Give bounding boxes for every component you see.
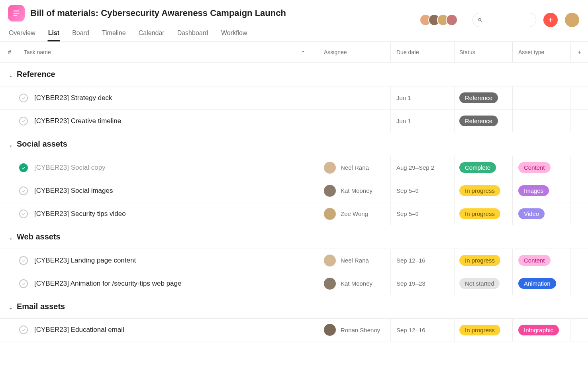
asset-type-cell[interactable] — [512, 86, 570, 109]
task-row[interactable]: [CYBER23] Animation for /security-tips w… — [0, 272, 588, 295]
section-header[interactable]: Email assets — [0, 295, 588, 318]
tab-dashboard[interactable]: Dashboard — [176, 26, 209, 41]
complete-checkbox[interactable] — [19, 163, 28, 172]
assignee-cell[interactable] — [318, 110, 390, 132]
due-date-cell[interactable]: Sep 5–9 — [390, 202, 454, 225]
status-cell[interactable]: Reference — [454, 110, 512, 132]
task-row[interactable]: [CYBER23] Strategy deckJun 1Reference — [0, 86, 588, 109]
task-row[interactable]: [CYBER23] Security tips videoZoe WongSep… — [0, 202, 588, 225]
assignee-avatar — [324, 208, 336, 220]
caret-down-icon — [8, 142, 13, 147]
collaborator-avatars[interactable] — [423, 14, 458, 26]
due-date-cell[interactable]: Sep 12–16 — [390, 249, 454, 272]
assignee-name: Kat Mooney — [341, 187, 372, 194]
row-add-cell — [570, 272, 588, 295]
caret-down-icon — [8, 235, 13, 239]
project-title[interactable]: Bill of materials: Cybersecurity Awarene… — [30, 8, 286, 18]
due-date-cell[interactable]: Sep 5–9 — [390, 179, 454, 202]
col-due-date[interactable]: Due date — [390, 42, 454, 62]
assignee-avatar — [324, 278, 336, 290]
assignee-avatar — [324, 324, 336, 336]
col-asset-type[interactable]: Asset type — [512, 42, 570, 62]
add-button[interactable] — [543, 13, 558, 27]
due-date-cell[interactable]: Sep 12–16 — [390, 319, 454, 341]
status-pill: In progress — [459, 325, 500, 335]
status-cell[interactable]: Reference — [454, 86, 512, 109]
status-cell[interactable]: In progress — [454, 179, 512, 202]
status-cell[interactable]: Not started — [454, 272, 512, 295]
tab-overview[interactable]: Overview — [8, 26, 36, 41]
asset-type-cell[interactable]: Content — [512, 249, 570, 272]
task-name[interactable]: [CYBER23] Social copy — [34, 164, 106, 172]
due-date-cell[interactable]: Jun 1 — [390, 110, 454, 132]
col-assignee[interactable]: Assignee — [318, 42, 390, 62]
col-status[interactable]: Status — [454, 42, 512, 62]
status-pill: Not started — [459, 278, 500, 289]
avatar[interactable] — [446, 14, 458, 26]
section-name: Email assets — [17, 302, 65, 311]
table-header: # Task name Assignee Due date Status Ass… — [0, 42, 588, 63]
user-avatar[interactable] — [565, 13, 579, 27]
assignee-cell[interactable]: Ronan Shenoy — [318, 319, 390, 341]
col-number[interactable]: # — [0, 49, 10, 55]
due-date-cell[interactable]: Aug 29–Sep 2 — [390, 156, 454, 179]
due-date-cell[interactable]: Sep 19–23 — [390, 272, 454, 295]
complete-checkbox[interactable] — [19, 210, 28, 218]
tab-workflow[interactable]: Workflow — [220, 26, 248, 41]
complete-checkbox[interactable] — [19, 256, 28, 265]
divider — [465, 16, 465, 24]
assignee-avatar — [324, 255, 336, 267]
task-row[interactable]: [CYBER23] Social copyNeel RanaAug 29–Sep… — [0, 156, 588, 179]
complete-checkbox[interactable] — [19, 325, 28, 334]
asset-type-cell[interactable]: Infographic — [512, 319, 570, 341]
status-cell[interactable]: In progress — [454, 202, 512, 225]
task-name[interactable]: [CYBER23] Educational email — [34, 326, 124, 334]
status-cell[interactable]: In progress — [454, 249, 512, 272]
complete-checkbox[interactable] — [19, 186, 28, 195]
complete-checkbox[interactable] — [19, 94, 28, 102]
add-column-button[interactable] — [570, 42, 588, 62]
tab-timeline[interactable]: Timeline — [101, 26, 127, 41]
tab-board[interactable]: Board — [71, 26, 90, 41]
task-name[interactable]: [CYBER23] Security tips video — [34, 210, 126, 218]
tab-calendar[interactable]: Calendar — [138, 26, 165, 41]
assignee-cell[interactable]: Zoe Wong — [318, 202, 390, 225]
row-add-cell — [570, 319, 588, 341]
col-task-name[interactable]: Task name — [10, 49, 318, 55]
section-header[interactable]: Web assets — [0, 225, 588, 249]
complete-checkbox[interactable] — [19, 117, 28, 125]
task-name[interactable]: [CYBER23] Social images — [34, 187, 113, 195]
status-cell[interactable]: In progress — [454, 319, 512, 341]
tab-list[interactable]: List — [47, 26, 60, 41]
search-box[interactable] — [472, 13, 536, 27]
complete-checkbox[interactable] — [19, 279, 28, 288]
project-icon[interactable] — [8, 5, 25, 22]
assignee-cell[interactable]: Kat Mooney — [318, 272, 390, 295]
svg-rect-1 — [14, 13, 20, 14]
task-name[interactable]: [CYBER23] Creative timeline — [34, 117, 121, 125]
assignee-cell[interactable]: Kat Mooney — [318, 179, 390, 202]
task-row[interactable]: [CYBER23] Social imagesKat MooneySep 5–9… — [0, 179, 588, 202]
asset-type-cell[interactable]: Content — [512, 156, 570, 179]
task-row[interactable]: [CYBER23] Landing page contentNeel RanaS… — [0, 249, 588, 272]
asset-type-cell[interactable]: Images — [512, 179, 570, 202]
assignee-cell[interactable]: Neel Rana — [318, 249, 390, 272]
task-name[interactable]: [CYBER23] Strategy deck — [34, 94, 112, 102]
status-cell[interactable]: Complete — [454, 156, 512, 179]
chevron-down-icon[interactable] — [300, 49, 306, 55]
task-row[interactable]: [CYBER23] Creative timelineJun 1Referenc… — [0, 109, 588, 132]
task-row[interactable]: [CYBER23] Educational emailRonan ShenoyS… — [0, 318, 588, 341]
asset-type-cell[interactable] — [512, 110, 570, 132]
assignee-cell[interactable] — [318, 86, 390, 109]
section-header[interactable]: Reference — [0, 63, 588, 86]
assignee-cell[interactable]: Neel Rana — [318, 156, 390, 179]
asset-type-cell[interactable]: Video — [512, 202, 570, 225]
search-input[interactable] — [486, 17, 531, 23]
asset-type-cell[interactable]: Animation — [512, 272, 570, 295]
section-header[interactable]: Social assets — [0, 132, 588, 156]
plus-icon — [547, 16, 554, 24]
due-date-cell[interactable]: Jun 1 — [390, 86, 454, 109]
task-name[interactable]: [CYBER23] Landing page content — [34, 257, 136, 265]
task-name[interactable]: [CYBER23] Animation for /security-tips w… — [34, 280, 181, 288]
status-pill: Reference — [459, 116, 498, 126]
